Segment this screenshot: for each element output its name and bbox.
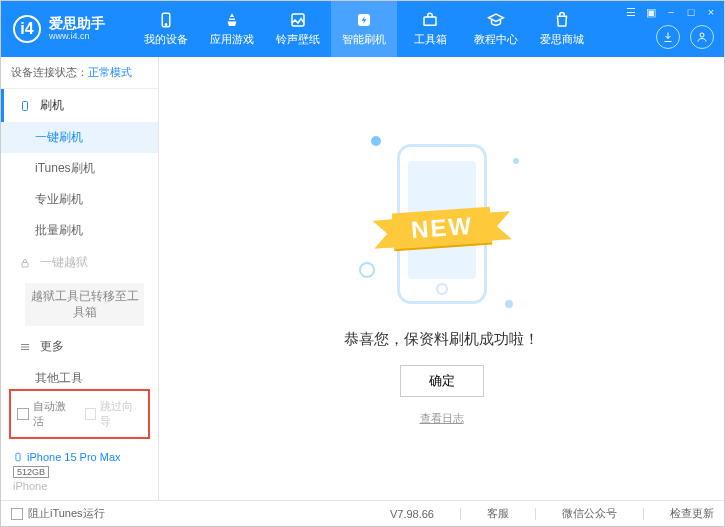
nav-label: 教程中心: [474, 32, 518, 47]
svg-rect-11: [16, 453, 20, 461]
phone-icon: [13, 451, 23, 463]
download-button[interactable]: [656, 25, 680, 49]
nav-my-device[interactable]: 我的设备: [133, 1, 199, 57]
logo-icon: i4: [13, 15, 41, 43]
device-status: 设备连接状态：正常模式: [1, 57, 158, 89]
sidebar-item-other-tools[interactable]: 其他工具: [1, 363, 158, 383]
device-storage: 512GB: [13, 466, 49, 478]
success-message: 恭喜您，保资料刷机成功啦！: [344, 330, 539, 349]
block-itunes-checkbox[interactable]: 阻止iTunes运行: [11, 506, 105, 521]
sidebar-item-itunes[interactable]: iTunes刷机: [1, 153, 158, 184]
nav-label: 铃声壁纸: [276, 32, 320, 47]
svg-point-1: [165, 24, 167, 26]
lock-icon: [18, 256, 32, 270]
device-icon: [157, 11, 175, 29]
minimize-button[interactable]: −: [664, 5, 678, 19]
settings-icon[interactable]: ☰: [624, 5, 638, 19]
svg-rect-7: [22, 262, 28, 267]
checkbox-skip-setup: 跳过向导: [85, 399, 143, 429]
tutorial-icon: [487, 11, 505, 29]
footer-link-update[interactable]: 检查更新: [670, 506, 714, 521]
maximize-button[interactable]: □: [684, 5, 698, 19]
toolbox-icon: [421, 11, 439, 29]
window-controls: ☰ ▣ − □ ×: [624, 5, 718, 19]
device-name[interactable]: iPhone 15 Pro Max: [13, 451, 146, 463]
apps-icon: [223, 11, 241, 29]
svg-rect-4: [424, 17, 436, 25]
sidebar-item-pro[interactable]: 专业刷机: [1, 184, 158, 215]
title-bar: i4 爱思助手 www.i4.cn 我的设备 应用游戏 铃声壁纸 智能刷机 工具…: [1, 1, 724, 57]
nav-toolbox[interactable]: 工具箱: [397, 1, 463, 57]
device-info: iPhone 15 Pro Max 512GB iPhone: [1, 445, 158, 500]
phone-icon: [18, 99, 32, 113]
group-label: 一键越狱: [40, 254, 88, 271]
checkbox-label: 自动激活: [33, 399, 75, 429]
top-nav: 我的设备 应用游戏 铃声壁纸 智能刷机 工具箱 教程中心 爱思商城: [133, 1, 595, 57]
svg-point-5: [700, 33, 704, 37]
sidebar-item-oneclick[interactable]: 一键刷机: [1, 122, 158, 153]
sidebar-item-jailbreak-moved: 越狱工具已转移至工具箱: [25, 283, 144, 326]
more-icon: [18, 340, 32, 354]
sidebar: 设备连接状态：正常模式 刷机 一键刷机 iTunes刷机 专业刷机 批量刷机 一…: [1, 57, 159, 500]
logo: i4 爱思助手 www.i4.cn: [13, 15, 133, 43]
nav-label: 智能刷机: [342, 32, 386, 47]
app-title: 爱思助手: [49, 16, 105, 31]
nav-ringtones[interactable]: 铃声壁纸: [265, 1, 331, 57]
ok-button[interactable]: 确定: [400, 365, 484, 397]
sidebar-group-jailbreak: 一键越狱: [1, 246, 158, 279]
nav-store[interactable]: 爱思商城: [529, 1, 595, 57]
user-button[interactable]: [690, 25, 714, 49]
checkbox-label: 阻止iTunes运行: [28, 506, 105, 521]
nav-tutorials[interactable]: 教程中心: [463, 1, 529, 57]
success-illustration: NEW: [357, 132, 527, 312]
nav-apps[interactable]: 应用游戏: [199, 1, 265, 57]
version-label: V7.98.66: [390, 508, 434, 520]
status-bar-footer: 阻止iTunes运行 V7.98.66 客服 微信公众号 检查更新: [1, 500, 724, 526]
checkbox-auto-activate[interactable]: 自动激活: [17, 399, 75, 429]
group-label: 更多: [40, 338, 64, 355]
highlighted-options: 自动激活 跳过向导: [9, 389, 150, 439]
group-label: 刷机: [40, 97, 64, 114]
nav-flash[interactable]: 智能刷机: [331, 1, 397, 57]
status-label: 设备连接状态：: [11, 66, 88, 78]
view-log-link[interactable]: 查看日志: [420, 411, 464, 426]
device-type: iPhone: [13, 480, 146, 492]
main-content: NEW 恭喜您，保资料刷机成功啦！ 确定 查看日志: [159, 57, 724, 500]
status-value: 正常模式: [88, 66, 132, 78]
nav-label: 爱思商城: [540, 32, 584, 47]
flash-icon: [355, 11, 373, 29]
sidebar-item-batch[interactable]: 批量刷机: [1, 215, 158, 246]
footer-link-wechat[interactable]: 微信公众号: [562, 506, 617, 521]
new-ribbon: NEW: [391, 206, 491, 249]
footer-link-support[interactable]: 客服: [487, 506, 509, 521]
nav-label: 我的设备: [144, 32, 188, 47]
sidebar-group-more[interactable]: 更多: [1, 330, 158, 363]
store-icon: [553, 11, 571, 29]
sidebar-group-flash[interactable]: 刷机: [1, 89, 158, 122]
wallpaper-icon: [289, 11, 307, 29]
checkbox-label: 跳过向导: [100, 399, 142, 429]
nav-label: 应用游戏: [210, 32, 254, 47]
skin-icon[interactable]: ▣: [644, 5, 658, 19]
app-url: www.i4.cn: [49, 32, 105, 42]
close-button[interactable]: ×: [704, 5, 718, 19]
nav-label: 工具箱: [414, 32, 447, 47]
svg-rect-6: [23, 101, 28, 110]
